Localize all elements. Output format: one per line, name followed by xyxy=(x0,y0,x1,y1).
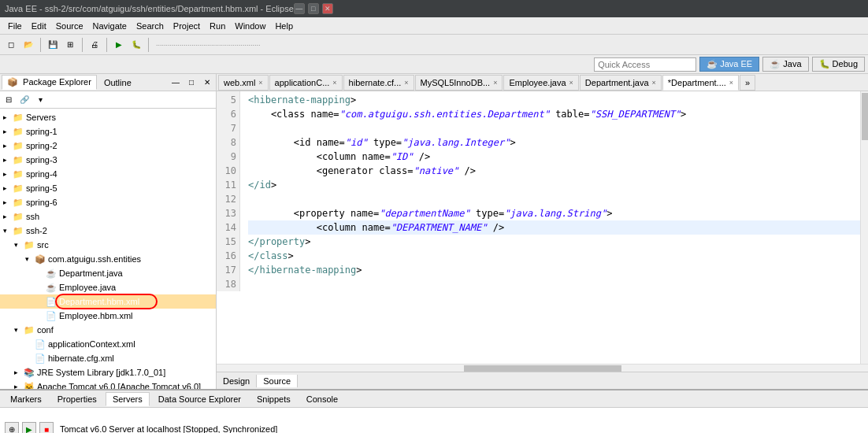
close-tab-hibcfg_xml[interactable]: × xyxy=(404,79,408,87)
tree-item-tomcat[interactable]: ▸🐱Apache Tomcat v6.0 [Apache Tomcat v6.0… xyxy=(0,379,216,389)
titlebar-controls[interactable]: — □ ✕ xyxy=(294,3,333,14)
tree-arrow-entities_pkg[interactable]: ▾ xyxy=(25,255,35,263)
tree-item-emp_java[interactable]: ☕Employee.java xyxy=(0,280,216,294)
tree-item-conf[interactable]: ▾📁conf xyxy=(0,323,216,337)
tree-arrow-spring3[interactable]: ▸ xyxy=(3,156,13,164)
quick-access-input[interactable] xyxy=(594,57,696,72)
tree-arrow-ssh2[interactable]: ▾ xyxy=(3,227,13,235)
tree-arrow-spring2[interactable]: ▸ xyxy=(3,142,13,150)
new-server-button[interactable]: ⊕ xyxy=(5,422,19,433)
tree-arrow-spring6[interactable]: ▸ xyxy=(3,198,13,206)
close-tab-appctx_xml[interactable]: × xyxy=(332,79,336,87)
tab-package-explorer[interactable]: 📦 Package Explorer xyxy=(2,75,97,90)
tree-icon-entities_pkg: 📦 xyxy=(35,254,46,265)
horizontal-scrollbar-thumb[interactable] xyxy=(464,365,621,372)
tree-item-ssh[interactable]: ▸📁ssh xyxy=(0,209,216,224)
close-button[interactable]: ✕ xyxy=(322,3,333,14)
editor-tab-hibcfg_xml[interactable]: hibernate.cf...× xyxy=(343,75,414,91)
close-tab-dept_java_tab[interactable]: × xyxy=(652,79,656,87)
tree-item-spring2[interactable]: ▸📁spring-2 xyxy=(0,139,216,153)
menu-item-source[interactable]: Source xyxy=(51,20,88,32)
minimize-button[interactable]: — xyxy=(294,3,305,14)
tree-item-spring4[interactable]: ▸📁spring-4 xyxy=(0,167,216,181)
print-button[interactable]: 🖨 xyxy=(87,37,102,53)
maximize-button[interactable]: □ xyxy=(308,3,319,14)
tree-arrow-servers[interactable]: ▸ xyxy=(3,113,13,121)
tree-item-hibcfg[interactable]: 📄hibernate.cfg.xml xyxy=(0,351,216,365)
tree-item-entities_pkg[interactable]: ▾📦com.atguigu.ssh.entities xyxy=(0,252,216,266)
tree-item-spring6[interactable]: ▸📁spring-6 xyxy=(0,195,216,209)
close-tab-dept_hbm_tab[interactable]: × xyxy=(729,79,733,87)
scrollbar-thumb[interactable] xyxy=(862,93,868,140)
tree-arrow-ssh[interactable]: ▸ xyxy=(3,213,13,220)
link-editor-button[interactable]: 🔗 xyxy=(17,93,32,107)
new-button[interactable]: ◻ xyxy=(3,37,19,53)
bottom-tab-servers[interactable]: Servers xyxy=(106,392,150,406)
bottom-tab-properties[interactable]: Properties xyxy=(50,392,104,406)
tree-arrow-src[interactable]: ▾ xyxy=(14,241,24,249)
menu-item-search[interactable]: Search xyxy=(132,20,169,32)
editor-tab-dept_java_tab[interactable]: Department.java× xyxy=(580,75,662,91)
save-all-button[interactable]: ⊞ xyxy=(62,37,78,53)
open-button[interactable]: 📂 xyxy=(20,37,36,53)
close-tab-mysql_xml[interactable]: × xyxy=(493,79,497,87)
menu-item-file[interactable]: File xyxy=(3,20,27,32)
stop-server-button[interactable]: ■ xyxy=(39,422,54,433)
maximize-left-button[interactable]: □ xyxy=(184,76,198,90)
tree-item-spring1[interactable]: ▸📁spring-1 xyxy=(0,124,216,139)
view-menu-button[interactable]: ▾ xyxy=(33,93,47,107)
close-tab-emp_java[interactable]: × xyxy=(569,79,573,87)
source-tab[interactable]: Source xyxy=(257,375,298,387)
menu-item-project[interactable]: Project xyxy=(169,20,205,32)
close-left-button[interactable]: ✕ xyxy=(200,76,214,90)
start-server-button[interactable]: ▶ xyxy=(22,422,36,433)
tree-arrow-spring4[interactable]: ▸ xyxy=(3,170,13,178)
menu-item-window[interactable]: Window xyxy=(230,20,270,32)
tree-arrow-tomcat[interactable]: ▸ xyxy=(14,383,24,389)
bottom-tab-data-source-explorer[interactable]: Data Source Explorer xyxy=(151,392,248,406)
editor-tab-appctx_xml[interactable]: applicationC...× xyxy=(269,75,343,91)
tree-item-dept_java[interactable]: ☕Department.java xyxy=(0,266,216,280)
tree-item-spring5[interactable]: ▸📁spring-5 xyxy=(0,181,216,195)
tree-arrow-spring5[interactable]: ▸ xyxy=(3,184,13,192)
tree-item-spring3[interactable]: ▸📁spring-3 xyxy=(0,153,216,167)
tree-container[interactable]: ▸📁Servers▸📁spring-1▸📁spring-2▸📁spring-3▸… xyxy=(0,109,216,389)
tree-arrow-conf[interactable]: ▾ xyxy=(14,326,24,334)
debug-perspective-button[interactable]: 🐛 Debug xyxy=(812,57,865,72)
java-ee-perspective-button[interactable]: ☕ Java EE xyxy=(699,57,759,72)
editor-area[interactable]: 56789101112131415161718 <hibernate-mappi… xyxy=(217,91,868,364)
tab-outline[interactable]: Outline xyxy=(98,76,137,90)
editor-tab-label-hibcfg_xml: hibernate.cf... xyxy=(349,78,402,87)
tree-item-src[interactable]: ▾📁src xyxy=(0,238,216,252)
menu-item-navigate[interactable]: Navigate xyxy=(88,20,132,32)
editor-tab-overflow[interactable]: » xyxy=(740,75,755,91)
save-button[interactable]: 💾 xyxy=(45,37,61,53)
tree-item-jre[interactable]: ▸📚JRE System Library [jdk1.7.0_01] xyxy=(0,365,216,379)
run-button[interactable]: ▶ xyxy=(111,37,127,53)
java-perspective-button[interactable]: ☕ Java xyxy=(762,57,808,72)
close-tab-web_xml[interactable]: × xyxy=(258,79,262,87)
design-tab[interactable]: Design xyxy=(217,375,257,387)
editor-tab-emp_java[interactable]: Employee.java× xyxy=(503,75,578,91)
menu-item-run[interactable]: Run xyxy=(205,20,230,32)
tree-item-appctx[interactable]: 📄applicationContext.xml xyxy=(0,337,216,351)
debug-button[interactable]: 🐛 xyxy=(128,37,144,53)
tree-arrow-spring1[interactable]: ▸ xyxy=(3,128,13,135)
tree-item-ssh2[interactable]: ▾📁ssh-2 xyxy=(0,224,216,238)
menu-item-edit[interactable]: Edit xyxy=(27,20,51,32)
bottom-tab-snippets[interactable]: Snippets xyxy=(250,392,298,406)
tree-item-dept_hbm[interactable]: 📄Department.hbm.xml xyxy=(0,294,216,309)
vertical-scrollbar[interactable] xyxy=(860,91,868,364)
tree-item-servers[interactable]: ▸📁Servers xyxy=(0,110,216,124)
bottom-tab-markers[interactable]: Markers xyxy=(3,392,49,406)
editor-tab-dept_hbm_tab[interactable]: *Department....× xyxy=(662,75,739,91)
tree-arrow-jre[interactable]: ▸ xyxy=(14,368,24,376)
editor-tab-web_xml[interactable]: web.xml× xyxy=(218,75,269,91)
tree-item-emp_hbm[interactable]: 📄Employee.hbm.xml xyxy=(0,309,216,323)
collapse-all-button[interactable]: ⊟ xyxy=(2,93,16,107)
editor-tab-mysql_xml[interactable]: MySQL5InnoDB...× xyxy=(415,75,503,91)
bottom-tab-console[interactable]: Console xyxy=(299,392,345,406)
horizontal-scrollbar[interactable] xyxy=(217,364,868,372)
minimize-left-button[interactable]: — xyxy=(169,76,183,90)
menu-item-help[interactable]: Help xyxy=(270,20,298,32)
